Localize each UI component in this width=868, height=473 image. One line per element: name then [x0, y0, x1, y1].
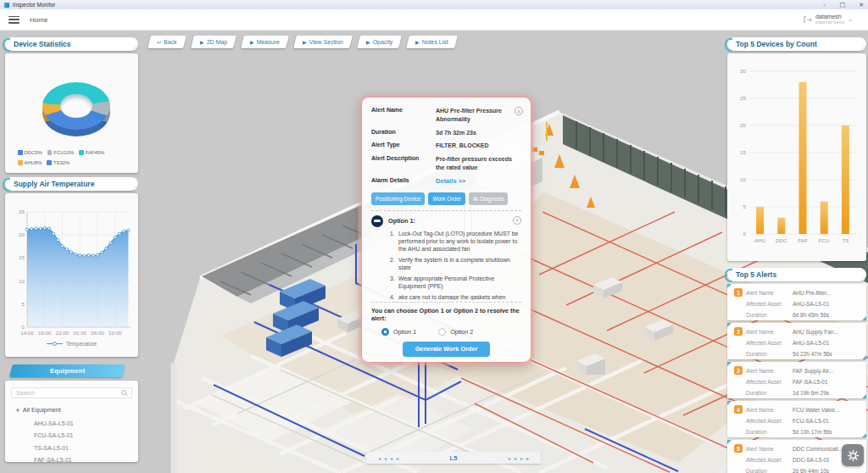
alert-card[interactable]: 2Alert NameAHU Supply Fan...Affected Ass… [727, 323, 866, 359]
equipment-search[interactable] [11, 387, 132, 398]
floor-prev-icons[interactable]: ◂◂◂◂ [378, 455, 398, 461]
logout-icon: [→ [804, 16, 812, 24]
legend-item-TS: TS32% [47, 160, 70, 165]
play-icon: ▶ [415, 39, 420, 45]
menu-icon[interactable] [8, 16, 19, 24]
svg-text:TS: TS [842, 237, 849, 243]
alert-field-value: 5d 10h 17m 56s [793, 429, 832, 435]
alert-rank-badge: 1 [734, 288, 743, 297]
toolbar-button-notes-list[interactable]: ▶Notes List [406, 36, 457, 48]
alert-field-value: FCU Water Valve... [793, 407, 839, 413]
minimize-button[interactable]: – [823, 2, 826, 8]
alert-field-label: Duration [746, 429, 793, 435]
toolbar-button-label: Opacity [372, 39, 392, 45]
alert-field-value: FAF Supply Air... [793, 368, 833, 374]
radio-option-1[interactable]: Option 1 [381, 328, 416, 336]
option-question: You can choose Option 1 or Option 2 to r… [371, 307, 521, 323]
toolbar-button-opacity[interactable]: ▶Opacity [357, 36, 402, 48]
modal-close-icon[interactable]: ✕ [515, 107, 523, 115]
modal-field-label: Alert Name [371, 107, 436, 124]
floor-next-icons[interactable]: ▸▸▸▸ [509, 455, 529, 461]
svg-text:25: 25 [740, 95, 746, 101]
svg-text:0: 0 [22, 324, 25, 330]
user-menu[interactable]: [→ datamesh inspector demo ⌄ [804, 14, 853, 25]
toolbar-button-view-section[interactable]: ▶View Section [293, 36, 353, 48]
svg-text:20: 20 [740, 122, 746, 128]
positioning-device-button[interactable]: Positioning Device [371, 192, 425, 205]
alert-field-value: FCU-SA-L5-01 [793, 418, 829, 424]
svg-text:FAF: FAF [798, 237, 808, 243]
equipment-tree-root[interactable]: ▼ All Equipment [16, 406, 132, 414]
svg-text:0: 0 [743, 231, 747, 236]
generate-work-order-button[interactable]: Generate Work Order [403, 342, 491, 357]
nav-home[interactable]: Home [30, 16, 47, 24]
floor-selector[interactable]: ◂◂◂◂ L5 ▸▸▸▸ [366, 452, 541, 464]
alert-rank-badge: 3 [734, 366, 743, 375]
alert-card[interactable]: 1Alert NameAHU Pre-filter...Affected Ass… [727, 284, 866, 320]
toolbar-button-label: 2D Map [206, 39, 227, 45]
alert-field-value: 5d 22h 47m 56s [793, 351, 832, 357]
radio-selected-icon[interactable] [381, 328, 389, 336]
play-icon: ▶ [250, 39, 254, 45]
alert-field-label: Affected Asset [746, 418, 793, 424]
main-content: ↩Back▶2D Map▶Measure▶View Section▶Opacit… [0, 31, 868, 473]
option-close-icon[interactable]: ✕ [513, 216, 521, 225]
toolbar-button-label: Back [164, 39, 177, 45]
modal-field-value: Pre-filter pressure exceeds the rated va… [436, 155, 521, 172]
equipment-item[interactable]: AHU-SA-L5-01 [34, 420, 132, 426]
alert-card[interactable]: 3Alert NameFAF Supply Air...Affected Ass… [727, 362, 866, 398]
option-step: 4.ake care not to damage the gaskets whe… [390, 294, 521, 300]
supply-air-temperature-header: Supply Air Temperature [5, 177, 138, 191]
close-button[interactable]: ✕ [859, 2, 864, 8]
temperature-legend: Temperature [5, 341, 138, 351]
gear-icon [847, 449, 860, 462]
ai-avatar-icon [371, 215, 383, 227]
alert-field-label: Alert Name [746, 368, 793, 374]
alert-field-value: 6d 8h 45m 56s [793, 312, 829, 318]
search-icon [121, 390, 127, 396]
modal-field-value: FILTER_BLOCKED [436, 142, 488, 150]
app-logo-icon [4, 3, 9, 8]
svg-text:20: 20 [19, 231, 25, 237]
alert-field-label: Alert Name [746, 290, 793, 296]
details-link[interactable]: Details >> [436, 177, 465, 186]
modal-field-value: 3d 7h 32m 23s [436, 129, 476, 137]
svg-text:10: 10 [740, 176, 746, 182]
device-statistics-title: Device Statistics [14, 40, 71, 48]
modal-field-value: AHU Pre-filter Pressure Abnormality [436, 107, 521, 124]
equipment-item[interactable]: FCU-SA-L5-01 [34, 432, 132, 438]
alert-field-value: AHU-SA-L5-01 [793, 340, 829, 346]
top-alerts-header: Top 5 Alerts [727, 268, 866, 281]
toolbar-button-measure[interactable]: ▶Measure [241, 36, 289, 48]
radio-unselected-icon[interactable] [438, 328, 446, 336]
alert-field-label: Alert Name [746, 407, 793, 413]
modal-field-label: Alert Type [371, 142, 436, 150]
settings-gear-button[interactable] [842, 444, 864, 466]
play-icon: ▶ [303, 39, 307, 45]
floor-label: L5 [450, 454, 458, 462]
equipment-panel: Equipment ▼ All Equipment AHU-SA-L5-01FC… [5, 364, 138, 462]
device-statistics-chart: DDC5%FCU10%FAF45%AHU8%TS32% [5, 53, 138, 173]
top-alerts-title: Top 5 Alerts [736, 270, 776, 279]
maximize-button[interactable]: □ [840, 2, 846, 8]
svg-text:18:00: 18:00 [38, 330, 52, 336]
equipment-item[interactable]: TS-SA-L5-01 [34, 445, 132, 451]
alert-field-value: AHU Supply Fan... [793, 329, 838, 335]
search-input[interactable] [16, 390, 121, 396]
work-order-button[interactable]: Work Order [428, 192, 465, 205]
alert-field-label: Affected Asset [746, 340, 793, 346]
radio-option-2[interactable]: Option 2 [438, 328, 473, 336]
caret-down-icon[interactable]: ▼ [16, 408, 19, 413]
alert-card[interactable]: 4Alert NameFCU Water Valve...Affected As… [727, 401, 866, 437]
svg-text:10: 10 [19, 278, 25, 284]
equipment-item[interactable]: FAF-SA-L5-01 [34, 457, 132, 463]
top-devices-bar-chart: 051015202530AHUDDCFAFFCUTS [727, 53, 866, 261]
ai-diagnosis-button[interactable]: AI Diagnosis [469, 192, 509, 205]
app-window: Inspector Monitor – □ ✕ Home [→ datamesh… [0, 0, 868, 473]
alarm-details-label: Alarm Details [371, 177, 436, 186]
alert-field-label: Duration [746, 468, 793, 473]
toolbar-button-2d-map[interactable]: ▶2D Map [191, 36, 236, 48]
toolbar-button-label: View Section [309, 39, 342, 45]
alert-detail-modal: ✕ Alert NameAHU Pre-filter Pressure Abno… [361, 97, 531, 363]
toolbar-button-back[interactable]: ↩Back [147, 36, 186, 48]
